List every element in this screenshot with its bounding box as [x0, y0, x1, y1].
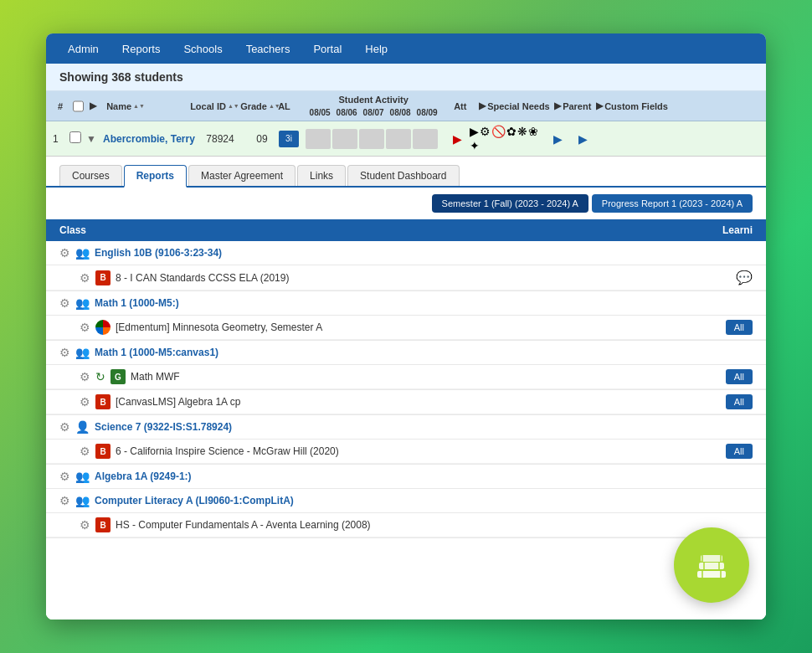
col-att: Att [449, 98, 474, 115]
gear-icon-comp-fund[interactable]: ⚙ [80, 518, 90, 532]
class-sub-row-canvas-algebra: ⚙ B [CanvasLMS] Algebra 1A cp All [46, 390, 766, 415]
col-special-needs: ▶ Special Needs [474, 97, 549, 115]
nav-schools[interactable]: Schools [172, 33, 234, 64]
col-arrow: ▶ [85, 97, 101, 115]
class-row-math1-canvas-inner: ⚙ 👥 Math 1 (1000-M5:canvas1) [46, 341, 766, 364]
student-row: 1 ▼ Abercrombie, Terry 78924 09 3i ▶ ▶ ⚙ [46, 121, 766, 157]
sub-text-science: 6 - California Inspire Science - McGraw … [116, 445, 721, 457]
class-name-algebra[interactable]: Algebra 1A (9249-1:) [95, 470, 192, 482]
all-btn-canvas-algebra[interactable]: All [726, 394, 753, 409]
special-needs-icons: ▶ ⚙ 🚫 ✿ ❋ ❀ ✦ [470, 125, 545, 152]
sub-text-math-mwf: Math MWF [131, 371, 721, 383]
class-name-math1-canvas[interactable]: Math 1 (1000-M5:canvas1) [95, 347, 218, 358]
logo-circle [674, 527, 749, 603]
class-name-english[interactable]: English 10B (9106-3:23-34) [95, 247, 222, 259]
col-grade: Grade ▲▼ [235, 98, 273, 115]
sn-icon-1: ⚙ [480, 125, 491, 138]
act-cell-0 [306, 129, 331, 149]
class-name-science7[interactable]: Science 7 (9322-IS:S1.78924) [95, 421, 232, 433]
gear-icon-math-mwf[interactable]: ⚙ [80, 370, 90, 383]
class-sub-row-edmentum: ⚙ [Edmentum] Minnesota Geometry, Semeste… [46, 316, 766, 341]
sub-text-comp-fund: HS - Computer Fundamentals A - Aventa Le… [116, 519, 753, 531]
gear-icon-science[interactable]: ⚙ [80, 445, 90, 458]
sn-icon-5: ❀ [528, 125, 538, 138]
nav-help[interactable]: Help [353, 33, 399, 64]
refresh-icon-math-mwf[interactable]: ↻ [95, 370, 105, 383]
class-name-math1[interactable]: Math 1 (1000-M5:) [95, 297, 179, 309]
tab-links[interactable]: Links [297, 165, 346, 186]
act-cell-1 [332, 129, 357, 149]
gear-icon-science7[interactable]: ⚙ [59, 420, 70, 434]
logo-svg [691, 544, 732, 586]
class-row-math1-inner: ⚙ 👥 Math 1 (1000-M5:) [46, 291, 766, 315]
sub-row-science-inner: ⚙ B 6 - California Inspire Science - McG… [46, 440, 766, 464]
select-all-checkbox[interactable] [73, 100, 84, 112]
col-localid: Local ID ▲▼ [185, 98, 235, 115]
name-sort[interactable]: ▲▼ [133, 103, 145, 109]
all-btn-edmentum[interactable]: All [726, 320, 753, 335]
gear-icon-algebra[interactable]: ⚙ [59, 470, 70, 483]
act-cell-3 [386, 129, 411, 149]
person-icon-science7: 👤 [75, 420, 90, 434]
class-row-english: ⚙ 👥 English 10B (9106-3:23-34) [46, 241, 766, 265]
top-nav: Admin Reports Schools Teachers Portal He… [46, 33, 766, 64]
all-btn-math-mwf[interactable]: All [726, 369, 753, 384]
svg-rect-1 [699, 563, 724, 569]
gear-icon-english[interactable]: ⚙ [59, 246, 70, 260]
class-sub-row-english-ela: ⚙ B 8 - I CAN Standards CCSS ELA (2019) … [46, 265, 766, 291]
student-count: Showing 368 students [59, 70, 183, 84]
gear-icon-ela[interactable]: ⚙ [80, 271, 90, 285]
activity-cells [306, 129, 438, 149]
parent-arrow: ▶ [545, 132, 570, 146]
class-row-science7-inner: ⚙ 👤 Science 7 (9322-IS:S1.78924) [46, 415, 766, 439]
col-learning-header: Learni [702, 224, 753, 236]
tab-student-dashboard[interactable]: Student Dashboard [347, 165, 459, 186]
tab-courses[interactable]: Courses [59, 165, 122, 186]
row-checkbox[interactable] [69, 131, 86, 146]
chat-icon-ela[interactable]: 💬 [736, 270, 753, 285]
nav-reports[interactable]: Reports [110, 33, 172, 64]
content-area: Showing 368 students # ▶ Name ▲▼ Local I… [46, 64, 766, 620]
class-row-complita: ⚙ 👥 Computer Literacy A (LI9060-1:CompLi… [46, 489, 766, 513]
sub-text-ela: 8 - I CAN Standards CCSS ELA (2019) [116, 272, 731, 284]
class-sub-row-math-mwf: ⚙ ↻ G Math MWF All [46, 365, 766, 390]
nav-teachers[interactable]: Teachers [234, 33, 302, 64]
class-row-algebra-inner: ⚙ 👥 Algebra 1A (9249-1:) [46, 465, 766, 488]
progress-report-button[interactable]: Progress Report 1 (2023 - 2024) A [592, 194, 753, 213]
tab-reports[interactable]: Reports [124, 165, 187, 188]
sub-text-edmentum: [Edmentum] Minnesota Geometry, Semester … [116, 321, 721, 333]
col-class-header: Class [59, 224, 702, 236]
all-btn-science[interactable]: All [726, 444, 753, 459]
class-row-science7: ⚙ 👤 Science 7 (9322-IS:S1.78924) [46, 415, 766, 440]
col-hash: # [53, 98, 68, 115]
class-row-math1-canvas: ⚙ 👥 Math 1 (1000-M5:canvas1) [46, 341, 766, 365]
book-icon-science: B [95, 444, 110, 459]
nav-portal[interactable]: Portal [301, 33, 353, 64]
nav-admin[interactable]: Admin [56, 33, 110, 64]
sub-row-canvas-algebra-inner: ⚙ B [CanvasLMS] Algebra 1A cp All [46, 390, 766, 414]
main-window: Admin Reports Schools Teachers Portal He… [46, 33, 766, 620]
student-name-link[interactable]: Abercrombie, Terry [103, 133, 195, 145]
gear-icon-complita[interactable]: ⚙ [59, 494, 70, 507]
sn-icon-6: ✦ [470, 139, 480, 152]
semester1-button[interactable]: Semester 1 (Fall) (2023 - 2024) A [432, 194, 588, 213]
col-al: AL [273, 98, 298, 115]
col-name: Name ▲▼ [101, 98, 185, 115]
attendance-cell: ▶ [445, 132, 470, 146]
sub-row-comp-fund-inner: ⚙ B HS - Computer Fundamentals A - Avent… [46, 513, 766, 537]
tab-master-agreement[interactable]: Master Agreement [188, 165, 296, 186]
student-al: 3i [279, 131, 299, 147]
class-row-algebra: ⚙ 👥 Algebra 1A (9249-1:) [46, 465, 766, 489]
student-local-id: 78924 [195, 133, 245, 145]
person-icon-math1: 👥 [75, 296, 90, 310]
gear-icon-edmentum[interactable]: ⚙ [80, 321, 90, 334]
row-expand-arrow[interactable]: ▼ [86, 133, 103, 145]
class-name-complita[interactable]: Computer Literacy A (LI9060-1:CompLitA) [95, 495, 294, 506]
svg-rect-0 [697, 571, 726, 578]
gear-icon-math1-canvas[interactable]: ⚙ [59, 346, 70, 359]
gear-icon-math1[interactable]: ⚙ [59, 296, 70, 310]
table-header: # ▶ Name ▲▼ Local ID ▲▼ Grade ▲▼ AL S [46, 91, 766, 121]
person-icon-algebra: 👥 [75, 470, 90, 483]
gear-icon-canvas-algebra[interactable]: ⚙ [80, 395, 90, 409]
col-checkbox [68, 97, 85, 116]
